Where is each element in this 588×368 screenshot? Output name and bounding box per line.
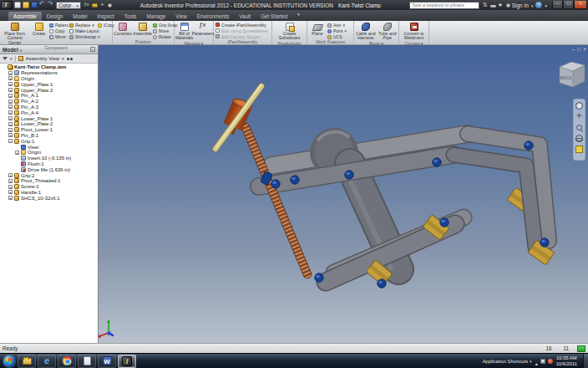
threaded-screw[interactable] — [246, 127, 307, 274]
tree-item-lower-plate-1[interactable]: +Lower_Plate:1 — [0, 115, 98, 121]
create-substitutes-button[interactable]: Create Substitutes — [274, 22, 306, 41]
notepad-taskbar-button[interactable] — [78, 355, 96, 368]
close-button[interactable]: × — [574, 1, 587, 9]
expander-icon[interactable]: + — [8, 173, 13, 177]
view-mode-selector[interactable]: Assembly View — [26, 56, 60, 61]
save-icon[interactable] — [31, 2, 38, 8]
pin[interactable] — [345, 171, 353, 179]
pin[interactable] — [315, 273, 323, 282]
expander-icon[interactable]: + — [8, 100, 13, 104]
tree-item-screw-1[interactable]: +Screw:1 — [0, 184, 98, 190]
expander-icon[interactable]: + — [8, 179, 13, 183]
cable-and-harness-button[interactable]: Cable and Harness — [355, 22, 376, 41]
group-label-convert[interactable]: Convert — [399, 41, 428, 47]
maximize-button[interactable]: □ — [563, 1, 574, 9]
doc-restore-button[interactable]: □ — [577, 46, 580, 52]
mirror-button[interactable]: Mirror — [49, 34, 68, 39]
convert-to-weldment-button[interactable]: Convert to Weldment — [400, 22, 428, 41]
tab-design[interactable]: Design — [42, 12, 68, 21]
redo-icon[interactable] — [48, 2, 54, 8]
create-button[interactable]: Create — [29, 22, 48, 36]
model-canvas[interactable]: BACK — [99, 45, 588, 343]
tree-item-pin-a-2[interactable]: +Pin_A:2 — [0, 99, 98, 105]
point-button[interactable]: Point — [327, 28, 351, 33]
expander-icon[interactable]: + — [15, 151, 19, 155]
tree-item-pin-b-1[interactable]: +Pin_B:1 — [0, 133, 98, 139]
grip-snap-button[interactable]: Grip Snap — [153, 23, 173, 28]
application-shortcuts-toolbar[interactable]: Application Shortcuts — [483, 359, 532, 364]
plane-button[interactable]: Plane — [308, 22, 327, 36]
color-dropdown[interactable]: Color — [56, 2, 81, 9]
tree-item-lower-plate-2[interactable]: +Lower_Plate:2 — [0, 121, 98, 127]
viewcube[interactable]: BACK — [560, 62, 585, 87]
make-layout-button[interactable]: Make Layout — [69, 28, 97, 33]
expander-icon[interactable]: + — [8, 185, 13, 189]
tube-and-pipe-button[interactable]: Tube and Pipe — [377, 22, 398, 41]
sign-in-button[interactable]: Sign In — [506, 3, 529, 8]
tree-item-pivot-lower-1[interactable]: +Pivot_Lower:1 — [0, 127, 98, 133]
pin[interactable] — [440, 218, 449, 227]
group-label-manage[interactable]: Manage — [175, 41, 213, 47]
zoom-icon[interactable] — [575, 124, 583, 131]
expander-icon[interactable]: + — [8, 110, 13, 115]
orbit-icon[interactable] — [575, 135, 583, 142]
taskbar-clock[interactable]: 10:35 AM 10/6/2011 — [556, 355, 577, 366]
tab-tools[interactable]: Tools — [119, 12, 142, 21]
tree-item-pivot-threaded-1[interactable]: +Pivot_Threaded:1 — [0, 178, 98, 184]
axis-button[interactable]: Axis — [327, 23, 351, 28]
chevron-down-icon[interactable] — [531, 3, 534, 8]
tree-item-pin-a-3[interactable]: +Pin_A:3 — [0, 105, 98, 110]
expander-icon[interactable]: + — [8, 88, 13, 92]
tree-item-pin-a-4[interactable]: +Pin_A:4 — [0, 110, 98, 115]
chevron-down-icon[interactable] — [10, 56, 13, 61]
expander-icon[interactable]: + — [8, 128, 13, 132]
constrain-button[interactable]: Constrain — [114, 22, 132, 36]
arrows-icon[interactable] — [483, 3, 489, 8]
group-label-begin[interactable]: Begin — [354, 41, 398, 47]
inventor-taskbar-button[interactable]: I — [118, 355, 136, 368]
tab-manage[interactable]: Manage — [141, 12, 170, 21]
notification-icon[interactable] — [548, 359, 553, 364]
replace-button[interactable]: Replace — [69, 23, 97, 28]
tree-item-representations[interactable]: +Representations — [0, 70, 98, 76]
expander-icon[interactable]: + — [8, 94, 13, 98]
expander-icon[interactable]: + — [8, 116, 13, 120]
search-binoculars-icon[interactable] — [67, 58, 74, 61]
pin[interactable] — [271, 180, 280, 188]
icopy-button[interactable]: iCopy — [98, 23, 111, 28]
expander-icon[interactable]: + — [8, 122, 13, 126]
pattern-button[interactable]: Pattern — [49, 23, 68, 28]
copy-button[interactable]: Copy — [49, 28, 68, 33]
pin[interactable] — [378, 279, 386, 288]
tree-item-origin[interactable]: +Origin — [0, 76, 98, 82]
pin[interactable] — [433, 158, 441, 166]
expander-icon[interactable]: + — [8, 105, 13, 109]
tree-item-flush-1[interactable]: Flush:1 — [0, 161, 98, 167]
expander-icon[interactable]: + — [8, 71, 13, 75]
chrome-taskbar-button[interactable] — [58, 355, 76, 368]
doc-minimize-button[interactable]: – — [572, 46, 575, 52]
doc-close-button[interactable]: × — [583, 46, 586, 52]
bill-of-materials-button[interactable]: Bill of Materials — [175, 22, 193, 41]
tab-model[interactable]: Model — [68, 12, 92, 21]
minimize-button[interactable]: – — [552, 1, 563, 9]
key-icon[interactable] — [490, 5, 496, 8]
3d-viewport[interactable]: – □ × — [99, 45, 588, 343]
tab-inspect[interactable]: Inspect — [92, 12, 119, 21]
tree-item-view[interactable]: View: — [0, 144, 98, 150]
internet-explorer-taskbar-button[interactable]: e — [38, 355, 56, 368]
tree-item-upper-plate-1[interactable]: +Upper_Plate:1 — [0, 81, 98, 87]
new-file-icon[interactable] — [14, 2, 21, 8]
tab-get-started[interactable]: Get Started — [256, 12, 292, 21]
look-at-icon[interactable] — [575, 146, 583, 153]
expander-icon[interactable]: − — [8, 139, 13, 143]
create-ipart-assembly-button[interactable]: Create iPart/Assembly — [215, 22, 266, 28]
expander-icon[interactable]: + — [8, 196, 13, 200]
show-desktop-button[interactable] — [583, 354, 588, 368]
tab-view[interactable]: View — [170, 12, 192, 21]
search-input[interactable] — [409, 2, 479, 9]
expander-icon[interactable]: + — [8, 133, 13, 137]
tab-environments[interactable]: Environments — [192, 12, 235, 21]
tree-item-origin[interactable]: +Origin — [0, 150, 98, 156]
pin[interactable] — [291, 176, 299, 184]
